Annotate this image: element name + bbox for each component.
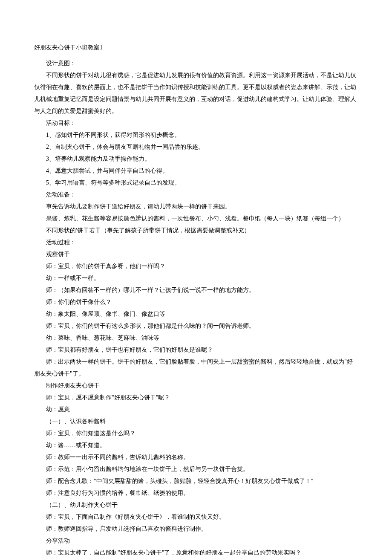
document-page: 好朋友夹心饼干小班教案1 设计意图： 不同形状的饼干对幼儿很有诱惑，它是促进幼儿…: [0, 0, 392, 555]
dialogue-line: 师：教师巡回指导，启发幼儿选择自己喜欢的酱料进行制作。: [34, 523, 358, 535]
prep-item: 果酱、炼乳、花生酱等容易按颜色辨认的酱料，一次性餐布、小勺、浅盘。餐巾纸（每人一…: [34, 213, 358, 225]
dialogue-line: （二）、幼儿制作夹心饼干: [34, 499, 358, 511]
dialogue-line: 师：示范：用小勺舀出酱料均匀地涂在一块饼干上，然后与另一块饼干合拢。: [34, 463, 358, 475]
lesson-title: 好朋友夹心饼干小班教案1: [34, 43, 358, 52]
make-heading: 制作好朋友夹心饼干: [34, 380, 358, 392]
prep-item: 事先告诉幼儿要制作饼干送给好朋友，请幼儿带两块一样的饼干来园。: [34, 201, 358, 213]
goal-item: 4、愿意大胆尝试，并与同伴分享自己的心得。: [34, 165, 358, 177]
share-heading: 分享活动: [34, 535, 358, 547]
dialogue-line: （一）、认识各种酱料: [34, 416, 358, 428]
dialogue-line: 师：配合念儿歌："中间夹层甜甜的酱，头碰头，脸贴脸，轻轻合拢真开心！好朋友夹心饼…: [34, 475, 358, 487]
dialogue-line: 幼：愿意: [34, 404, 358, 416]
dialogue-line: 师：（如果有回答不一样的）哪儿不一样？让孩子们说一说不一样的地方能方。: [34, 284, 358, 296]
prep-item: 不同形状的'饼干若干（事先了解孩子所带饼干情况，根据需要做调整或补充）: [34, 225, 358, 237]
dialogue-line: 师：宝贝，你们的饼干真多呀，他们一样吗？: [34, 260, 358, 272]
dialogue-line: 师：宝贝，愿不愿意制作"好朋友夹心饼干"呢？: [34, 392, 358, 404]
top-divider: [34, 30, 358, 30]
dialogue-line: 幼：象太阳、像屋顶、像书、像门、像盆口等: [34, 308, 358, 320]
dialogue-line: 师：宝贝，你们的饼干有这么多形状，那他们都是什么味的？闻一闻告诉老师。: [34, 320, 358, 332]
process-heading: 活动过程：: [34, 237, 358, 249]
goal-item: 2、自制夹心饼干，体会与朋友互赠礼物并一同品尝的乐趣。: [34, 141, 358, 153]
goal-item: 1、感知饼干的不同形状，获得对图形的初步概念。: [34, 129, 358, 141]
design-intent-body: 不同形状的饼干对幼儿很有诱惑，它是促进幼儿发展的很有价值的教育资源。利用这一资源…: [34, 69, 358, 117]
demo-line: 师：出示两块一样的饼干。饼干的好朋友，它们脸贴着脸，中间夹上一层甜蜜蜜的酱料，然…: [34, 356, 358, 380]
dialogue-line: 师：教师一一出示不同的酱料，告诉幼儿酱料的名称。: [34, 451, 358, 463]
dialogue-line: 师：注意良好行为习惯的培养，餐巾纸、纸篓的使用。: [34, 487, 358, 499]
design-intent-heading: 设计意图：: [34, 58, 358, 69]
goal-item: 3、培养幼儿观察能力及动手操作能力。: [34, 153, 358, 165]
dialogue-line: 幼：菜味、香味、葱花味、芝麻味、油味等: [34, 332, 358, 344]
dialogue-line: 幼：酱……或不知道。: [34, 439, 358, 451]
dialogue-line: 师：宝贝都有好朋友，饼干也有好朋友，它们的好朋友是谁呢？: [34, 344, 358, 356]
dialogue-line: 师：宝贝，你们知道这是什么吗？: [34, 428, 358, 439]
prep-heading: 活动准备：: [34, 189, 358, 201]
dialogue-line: 师：宝贝，下面自己制作《好朋友夹心饼干》，看谁制的又快又好。: [34, 511, 358, 523]
goal-item: 5、学习用语言、符号等多种形式记录自己的发现。: [34, 177, 358, 189]
dialogue-line: 师：你们的饼干像什么？: [34, 296, 358, 308]
dialogue-line: 师：宝贝太棒了，自己能制"好朋友夹心饼干"了，原意和你的好朋友一起分享自己的劳动…: [34, 547, 358, 555]
goals-heading: 活动目标：: [34, 117, 358, 129]
observe-heading: 观察饼干: [34, 249, 358, 260]
dialogue-line: 幼：一样或不一样。: [34, 272, 358, 284]
